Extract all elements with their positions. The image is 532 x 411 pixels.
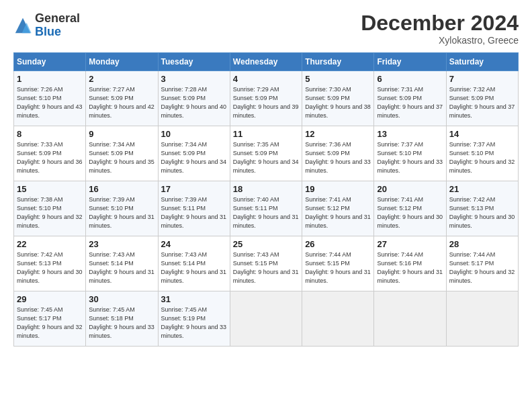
day-info: Sunrise: 7:41 AM Sunset: 5:12 PM Dayligh… [377,195,443,230]
table-row: 30 Sunrise: 7:45 AM Sunset: 5:18 PM Dayl… [86,291,158,347]
day-info: Sunrise: 7:43 AM Sunset: 5:14 PM Dayligh… [161,250,227,285]
day-info: Sunrise: 7:36 AM Sunset: 5:09 PM Dayligh… [305,140,371,175]
day-info: Sunrise: 7:30 AM Sunset: 5:09 PM Dayligh… [305,85,371,120]
day-info: Sunrise: 7:42 AM Sunset: 5:13 PM Dayligh… [449,195,515,230]
day-number: 1 [17,74,83,84]
table-row: 4 Sunrise: 7:29 AM Sunset: 5:09 PM Dayli… [230,71,302,126]
day-number: 12 [305,129,371,139]
day-number: 11 [233,129,299,139]
calendar-row: 8 Sunrise: 7:33 AM Sunset: 5:09 PM Dayli… [14,126,519,181]
table-row: 25 Sunrise: 7:43 AM Sunset: 5:15 PM Dayl… [230,236,302,291]
day-number: 19 [305,184,371,194]
table-row [374,291,446,347]
table-row: 28 Sunrise: 7:44 AM Sunset: 5:17 PM Dayl… [446,236,518,291]
day-info: Sunrise: 7:35 AM Sunset: 5:09 PM Dayligh… [233,140,299,175]
title-area: December 2024 Xylokastro, Greece [361,12,519,46]
table-row: 24 Sunrise: 7:43 AM Sunset: 5:14 PM Dayl… [158,236,230,291]
day-number: 16 [89,184,154,194]
table-row: 15 Sunrise: 7:38 AM Sunset: 5:10 PM Dayl… [14,181,86,236]
table-row: 2 Sunrise: 7:27 AM Sunset: 5:09 PM Dayli… [86,71,158,126]
table-row: 10 Sunrise: 7:34 AM Sunset: 5:09 PM Dayl… [158,126,230,181]
calendar-row: 1 Sunrise: 7:26 AM Sunset: 5:10 PM Dayli… [14,71,519,126]
calendar-row: 22 Sunrise: 7:42 AM Sunset: 5:13 PM Dayl… [14,236,519,291]
day-info: Sunrise: 7:45 AM Sunset: 5:17 PM Dayligh… [17,306,83,340]
day-info: Sunrise: 7:32 AM Sunset: 5:09 PM Dayligh… [449,85,515,120]
day-number: 23 [89,239,154,249]
logo-text-general: General [35,12,80,26]
table-row: 27 Sunrise: 7:44 AM Sunset: 5:16 PM Dayl… [374,236,446,291]
table-row: 19 Sunrise: 7:41 AM Sunset: 5:12 PM Dayl… [302,181,374,236]
day-number: 3 [161,74,227,84]
day-number: 13 [377,129,443,139]
table-row: 9 Sunrise: 7:34 AM Sunset: 5:09 PM Dayli… [86,126,158,181]
day-number: 28 [449,239,515,249]
day-number: 10 [161,129,227,139]
day-number: 15 [17,184,83,194]
day-number: 14 [449,129,515,139]
day-info: Sunrise: 7:34 AM Sunset: 5:09 PM Dayligh… [161,140,227,175]
table-row: 12 Sunrise: 7:36 AM Sunset: 5:09 PM Dayl… [302,126,374,181]
day-info: Sunrise: 7:29 AM Sunset: 5:09 PM Dayligh… [233,85,299,120]
day-number: 26 [305,239,371,249]
day-info: Sunrise: 7:40 AM Sunset: 5:11 PM Dayligh… [233,195,299,230]
table-row: 31 Sunrise: 7:45 AM Sunset: 5:19 PM Dayl… [158,291,230,347]
day-info: Sunrise: 7:38 AM Sunset: 5:10 PM Dayligh… [17,195,83,230]
table-row: 5 Sunrise: 7:30 AM Sunset: 5:09 PM Dayli… [302,71,374,126]
table-row: 14 Sunrise: 7:37 AM Sunset: 5:10 PM Dayl… [446,126,518,181]
calendar-table: Sunday Monday Tuesday Wednesday Thursday… [13,52,519,347]
day-number: 31 [161,294,227,304]
logo-icon [13,16,32,35]
table-row: 1 Sunrise: 7:26 AM Sunset: 5:10 PM Dayli… [14,71,86,126]
day-number: 6 [377,74,443,84]
month-title: December 2024 [361,12,519,34]
day-info: Sunrise: 7:39 AM Sunset: 5:11 PM Dayligh… [161,195,227,230]
day-info: Sunrise: 7:39 AM Sunset: 5:10 PM Dayligh… [89,195,154,230]
table-row: 29 Sunrise: 7:45 AM Sunset: 5:17 PM Dayl… [14,291,86,347]
day-number: 29 [17,294,83,304]
table-row [302,291,374,347]
day-info: Sunrise: 7:31 AM Sunset: 5:09 PM Dayligh… [377,85,443,120]
header-monday: Monday [86,53,158,71]
day-number: 7 [449,74,515,84]
day-info: Sunrise: 7:44 AM Sunset: 5:16 PM Dayligh… [377,250,443,285]
day-number: 25 [233,239,299,249]
header-saturday: Saturday [446,53,518,71]
day-info: Sunrise: 7:37 AM Sunset: 5:10 PM Dayligh… [377,140,443,175]
calendar-container: General Blue December 2024 Xylokastro, G… [0,0,532,353]
day-info: Sunrise: 7:45 AM Sunset: 5:18 PM Dayligh… [89,306,154,340]
day-number: 9 [89,129,154,139]
day-info: Sunrise: 7:34 AM Sunset: 5:09 PM Dayligh… [89,140,154,175]
table-row: 26 Sunrise: 7:44 AM Sunset: 5:15 PM Dayl… [302,236,374,291]
day-info: Sunrise: 7:27 AM Sunset: 5:09 PM Dayligh… [89,85,154,120]
day-number: 20 [377,184,443,194]
header-tuesday: Tuesday [158,53,230,71]
table-row: 22 Sunrise: 7:42 AM Sunset: 5:13 PM Dayl… [14,236,86,291]
day-number: 2 [89,74,154,84]
day-info: Sunrise: 7:37 AM Sunset: 5:10 PM Dayligh… [449,140,515,175]
day-info: Sunrise: 7:44 AM Sunset: 5:17 PM Dayligh… [449,250,515,285]
table-row: 17 Sunrise: 7:39 AM Sunset: 5:11 PM Dayl… [158,181,230,236]
header-row: General Blue December 2024 Xylokastro, G… [13,12,519,46]
day-number: 22 [17,239,83,249]
table-row [446,291,518,347]
table-row: 11 Sunrise: 7:35 AM Sunset: 5:09 PM Dayl… [230,126,302,181]
day-info: Sunrise: 7:41 AM Sunset: 5:12 PM Dayligh… [305,195,371,230]
table-row: 3 Sunrise: 7:28 AM Sunset: 5:09 PM Dayli… [158,71,230,126]
day-info: Sunrise: 7:33 AM Sunset: 5:09 PM Dayligh… [17,140,83,175]
header-sunday: Sunday [14,53,86,71]
header-friday: Friday [374,53,446,71]
subtitle: Xylokastro, Greece [361,35,519,46]
table-row: 20 Sunrise: 7:41 AM Sunset: 5:12 PM Dayl… [374,181,446,236]
day-number: 21 [449,184,515,194]
calendar-row: 15 Sunrise: 7:38 AM Sunset: 5:10 PM Dayl… [14,181,519,236]
day-info: Sunrise: 7:26 AM Sunset: 5:10 PM Dayligh… [17,85,83,120]
logo: General Blue [13,12,80,39]
table-row: 21 Sunrise: 7:42 AM Sunset: 5:13 PM Dayl… [446,181,518,236]
table-row: 6 Sunrise: 7:31 AM Sunset: 5:09 PM Dayli… [374,71,446,126]
day-info: Sunrise: 7:45 AM Sunset: 5:19 PM Dayligh… [161,306,227,340]
table-row: 13 Sunrise: 7:37 AM Sunset: 5:10 PM Dayl… [374,126,446,181]
header-row-days: Sunday Monday Tuesday Wednesday Thursday… [14,53,519,71]
day-info: Sunrise: 7:44 AM Sunset: 5:15 PM Dayligh… [305,250,371,285]
calendar-row: 29 Sunrise: 7:45 AM Sunset: 5:17 PM Dayl… [14,291,519,347]
day-number: 8 [17,129,83,139]
